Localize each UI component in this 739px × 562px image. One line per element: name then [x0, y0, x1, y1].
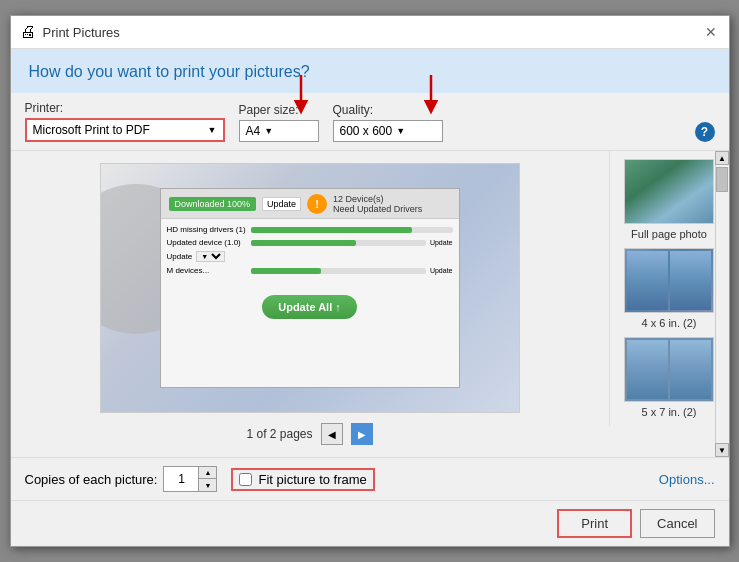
cancel-button[interactable]: Cancel: [640, 509, 714, 538]
main-content: Downloaded 100% Update ! 12 Device(s)Nee…: [11, 151, 729, 457]
header-text: How do you want to print your pictures?: [29, 63, 310, 80]
spinner-arrows: ▲ ▼: [198, 467, 216, 491]
print-button[interactable]: Print: [557, 509, 632, 538]
printer-control: Printer: Microsoft Print to PDF ▼: [25, 101, 225, 142]
progress-fill-1: [251, 227, 413, 233]
dialog-title: Print Pictures: [43, 25, 120, 40]
fit-to-frame-group[interactable]: Fit picture to frame: [231, 468, 374, 491]
progress-bar-2: [251, 240, 426, 246]
printer-label: Printer:: [25, 101, 225, 115]
printer-value: Microsoft Print to PDF: [33, 123, 150, 137]
paper-size-chevron-icon: ▼: [264, 126, 273, 136]
update-small-1: Update: [430, 239, 453, 246]
prev-page-button[interactable]: ◀: [321, 423, 343, 445]
printer-chevron-icon: ▼: [208, 125, 217, 135]
options-link[interactable]: Options...: [659, 472, 715, 487]
paper-size-dropdown-wrap[interactable]: A4 ▼: [239, 120, 319, 142]
screen-sim-header: Downloaded 100% Update ! 12 Device(s)Nee…: [161, 189, 459, 219]
quality-dropdown-wrap[interactable]: 600 x 600 ▼: [333, 120, 443, 142]
scrollbar-track: ▲ ▼: [715, 151, 729, 457]
sidebar: Full page photo 4 x 6 in. (2) 5 x 7 in. …: [609, 151, 729, 426]
help-icon[interactable]: ?: [695, 122, 715, 142]
thumb-4x6-col-1: [627, 251, 668, 310]
scroll-up-button[interactable]: ▲: [715, 151, 729, 165]
title-bar: 🖨 Print Pictures ✕: [11, 16, 729, 49]
driver-label-1: HD missing drivers (1): [167, 225, 247, 234]
header-banner: How do you want to print your pictures?: [11, 49, 729, 93]
thumbnail-4x6[interactable]: 4 x 6 in. (2): [616, 248, 723, 329]
thumbnail-full-page[interactable]: Full page photo: [616, 159, 723, 240]
print-dialog: 🖨 Print Pictures ✕ How do you want to pr…: [10, 15, 730, 547]
screen-sim: Downloaded 100% Update ! 12 Device(s)Nee…: [160, 188, 460, 388]
printer-icon: 🖨: [19, 23, 37, 41]
thumb-4x6-col-2: [670, 251, 711, 310]
progress-row-1: HD missing drivers (1): [167, 225, 453, 234]
thumb-5x7-col-1: [627, 340, 668, 399]
quality-chevron-icon: ▼: [396, 126, 405, 136]
controls-area: Printer: Microsoft Print to PDF ▼ Paper …: [11, 93, 729, 151]
progress-fill-2: [251, 240, 356, 246]
preview-inner: Downloaded 100% Update ! 12 Device(s)Nee…: [101, 164, 519, 412]
thumb-4x6-image: [624, 248, 714, 313]
progress-row-2: Updated device (1.0) Update: [167, 238, 453, 247]
warning-icon: !: [307, 194, 327, 214]
update-all-button: Update All ↑: [262, 295, 357, 319]
screen-body: HD missing drivers (1) Updated device (1…: [161, 219, 459, 325]
copies-up-button[interactable]: ▲: [198, 467, 216, 479]
pagination-row: 1 of 2 pages ◀ ▶: [246, 423, 372, 445]
paper-size-control: Paper size: A4 ▼: [239, 103, 319, 142]
progress-fill-3: [251, 268, 321, 274]
update-small-2: Update: [430, 267, 453, 274]
quality-label: Quality:: [333, 103, 443, 117]
device-text: 12 Device(s)Need Updated Drivers: [333, 194, 422, 214]
update-select[interactable]: ▼: [196, 251, 225, 262]
driver-label-2: Updated device (1.0): [167, 238, 247, 247]
driver-label-3: M devices...: [167, 266, 247, 275]
preview-box: Downloaded 100% Update ! 12 Device(s)Nee…: [100, 163, 520, 413]
quality-control: Quality: 600 x 600 ▼: [333, 103, 443, 142]
copies-down-button[interactable]: ▼: [198, 479, 216, 491]
thumbnail-5x7[interactable]: 5 x 7 in. (2): [616, 337, 723, 418]
scroll-thumb[interactable]: [716, 167, 728, 192]
thumb-5x7-image: [624, 337, 714, 402]
copies-input[interactable]: [164, 467, 198, 491]
copies-spinner: ▲ ▼: [163, 466, 217, 492]
title-bar-left: 🖨 Print Pictures: [19, 23, 120, 41]
update-label: Update: [167, 252, 193, 261]
paper-size-label: Paper size:: [239, 103, 319, 117]
thumb-5x7-label: 5 x 7 in. (2): [641, 406, 696, 418]
update-button-small: Update: [262, 197, 301, 211]
footer-row: Print Cancel: [11, 500, 729, 546]
sidebar-container: Full page photo 4 x 6 in. (2) 5 x 7 in. …: [609, 151, 729, 457]
progress-bar-1: [251, 227, 453, 233]
paper-size-value: A4: [246, 124, 261, 138]
update-all-container: Update All ↑: [167, 285, 453, 319]
pagination-text: 1 of 2 pages: [246, 427, 312, 441]
help-icon-label: ?: [701, 125, 708, 139]
bottom-controls-row: Copies of each picture: ▲ ▼ Fit picture …: [11, 457, 729, 500]
copies-label: Copies of each picture:: [25, 472, 158, 487]
update-row: Update ▼: [167, 251, 453, 262]
printer-dropdown-wrap[interactable]: Microsoft Print to PDF ▼: [25, 118, 225, 142]
thumb-4x6-label: 4 x 6 in. (2): [641, 317, 696, 329]
progress-bar-3: [251, 268, 426, 274]
thumb-5x7-col-2: [670, 340, 711, 399]
fit-to-frame-label: Fit picture to frame: [258, 472, 366, 487]
preview-area: Downloaded 100% Update ! 12 Device(s)Nee…: [11, 151, 609, 457]
quality-value: 600 x 600: [340, 124, 393, 138]
copies-group: Copies of each picture: ▲ ▼: [25, 466, 218, 492]
fit-to-frame-checkbox[interactable]: [239, 473, 252, 486]
next-page-button[interactable]: ▶: [351, 423, 373, 445]
thumb-full-page-image: [624, 159, 714, 224]
close-button[interactable]: ✕: [701, 22, 721, 42]
scroll-down-button[interactable]: ▼: [715, 443, 729, 457]
thumb-full-page-label: Full page photo: [631, 228, 707, 240]
downloaded-bar: Downloaded 100%: [169, 197, 257, 211]
progress-row-3: M devices... Update: [167, 266, 453, 275]
